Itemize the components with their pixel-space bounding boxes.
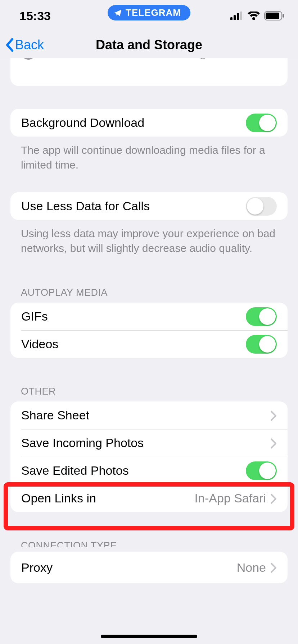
back-label: Back — [15, 37, 44, 52]
background-download-label: Background Download — [21, 116, 246, 130]
save-incoming-label: Save Incoming Photos — [21, 436, 270, 450]
background-download-row[interactable]: Background Download — [10, 109, 288, 137]
proxy-label: Proxy — [21, 561, 237, 575]
less-data-group: Use Less Data for Calls — [10, 192, 288, 220]
less-data-footer: Using less data may improve your experie… — [21, 226, 277, 256]
svg-rect-1 — [234, 15, 236, 20]
status-time: 15:33 — [19, 9, 51, 23]
autoplay-group: GIFs Videos — [10, 303, 288, 358]
battery-icon — [264, 11, 284, 20]
chevron-right-icon — [270, 562, 277, 573]
save-edited-toggle[interactable] — [246, 461, 277, 480]
background-download-group: Background Download — [10, 109, 288, 137]
svg-rect-5 — [266, 13, 279, 19]
background-download-footer: The app will continue downloading media … — [21, 143, 277, 172]
connection-header: CONNECTION TYPE — [21, 540, 277, 547]
connection-group: Proxy None — [10, 552, 288, 583]
save-edited-row[interactable]: Save Edited Photos — [10, 457, 288, 484]
nav-bar: Back Data and Storage — [0, 32, 298, 58]
gifs-toggle[interactable] — [246, 307, 277, 326]
other-group: Share Sheet Save Incoming Photos Save Ed… — [10, 401, 288, 512]
less-data-row[interactable]: Use Less Data for Calls — [10, 192, 288, 220]
svg-rect-2 — [237, 13, 239, 20]
status-bar: 15:33 TELEGRAM — [0, 0, 298, 32]
svg-rect-3 — [240, 12, 242, 20]
videos-row[interactable]: Videos — [10, 330, 288, 358]
open-links-row[interactable]: Open Links in In-App Safari — [10, 484, 288, 512]
telegram-plane-icon — [113, 9, 122, 17]
share-sheet-row[interactable]: Share Sheet — [10, 401, 288, 429]
svg-rect-0 — [230, 17, 232, 20]
back-button[interactable]: Back — [0, 37, 44, 52]
reset-group: Reset Auto-Download Settings — [10, 58, 288, 86]
less-data-label: Use Less Data for Calls — [21, 199, 246, 213]
wifi-icon — [248, 12, 260, 20]
videos-label: Videos — [21, 337, 246, 351]
videos-toggle[interactable] — [246, 335, 277, 354]
app-pill[interactable]: TELEGRAM — [108, 5, 190, 20]
chevron-right-icon — [270, 438, 277, 448]
other-header: OTHER — [21, 386, 277, 397]
less-data-toggle[interactable] — [246, 197, 277, 216]
status-right — [230, 11, 284, 20]
app-pill-label: TELEGRAM — [126, 7, 181, 18]
save-edited-label: Save Edited Photos — [21, 464, 246, 478]
share-sheet-label: Share Sheet — [21, 408, 270, 422]
reset-auto-download-row[interactable]: Reset Auto-Download Settings — [10, 58, 288, 86]
settings-content: Reset Auto-Download Settings Background … — [0, 58, 298, 644]
home-indicator[interactable] — [101, 635, 197, 638]
autoplay-header: AUTOPLAY MEDIA — [21, 287, 277, 298]
reset-label: Reset Auto-Download Settings — [46, 58, 212, 60]
save-incoming-row[interactable]: Save Incoming Photos — [10, 429, 288, 457]
proxy-value: None — [237, 561, 266, 575]
gifs-label: GIFs — [21, 309, 246, 323]
open-links-value: In-App Safari — [195, 491, 266, 505]
chevron-left-icon — [5, 38, 14, 52]
svg-rect-6 — [283, 14, 284, 18]
page-title: Data and Storage — [0, 37, 298, 52]
background-download-toggle[interactable] — [246, 114, 277, 132]
chevron-right-icon — [270, 493, 277, 504]
reset-icon — [21, 58, 36, 60]
gifs-row[interactable]: GIFs — [10, 303, 288, 330]
cellular-icon — [230, 12, 243, 20]
proxy-row[interactable]: Proxy None — [10, 552, 288, 583]
open-links-label: Open Links in — [21, 491, 195, 505]
chevron-right-icon — [270, 410, 277, 421]
